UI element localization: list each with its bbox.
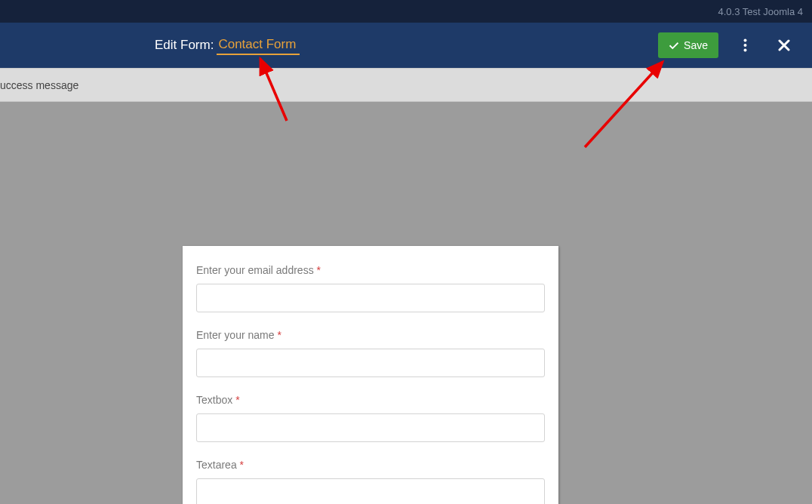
required-mark: * [317, 264, 321, 276]
svg-point-2 [743, 49, 746, 52]
required-mark: * [277, 329, 281, 341]
textarea-field[interactable] [196, 478, 545, 504]
form-field: Enter your name * [196, 329, 545, 377]
header-actions: Save [658, 32, 797, 58]
sub-bar-text: uccess message [0, 79, 78, 91]
save-button[interactable]: Save [658, 32, 718, 58]
close-button[interactable] [771, 32, 797, 58]
name-field[interactable] [196, 349, 545, 377]
field-label: Textbox * [196, 394, 545, 406]
textbox-field[interactable] [196, 413, 545, 442]
required-mark: * [235, 394, 239, 406]
site-version-label: 4.0.3 Test Joomla 4 [718, 6, 804, 17]
svg-point-0 [743, 39, 746, 42]
svg-point-1 [743, 44, 746, 47]
field-label-text: Textarea [196, 459, 237, 471]
field-label: Enter your email address * [196, 264, 545, 276]
kebab-icon [743, 38, 747, 52]
more-options-button[interactable] [732, 32, 758, 58]
form-field: Textbox * [196, 394, 545, 442]
form-preview-card: Enter your email address * Enter your na… [183, 246, 558, 504]
top-bar: 4.0.3 Test Joomla 4 [0, 0, 812, 23]
check-icon [669, 40, 679, 51]
field-label-text: Enter your email address [196, 264, 314, 276]
form-field: Enter your email address * [196, 264, 545, 312]
field-label-text: Textbox [196, 394, 232, 406]
save-button-label: Save [684, 39, 708, 51]
form-title-input[interactable] [217, 35, 300, 55]
sub-bar: uccess message [0, 68, 812, 102]
field-label-text: Enter your name [196, 329, 275, 341]
form-field: Textarea * [196, 459, 545, 504]
field-label: Enter your name * [196, 329, 545, 341]
header-bar: Edit Form: Save [0, 23, 812, 68]
field-label: Textarea * [196, 459, 545, 471]
form-canvas: Enter your email address * Enter your na… [0, 102, 812, 504]
email-field[interactable] [196, 284, 545, 312]
required-mark: * [240, 459, 244, 471]
close-icon [778, 39, 790, 51]
edit-form-label: Edit Form: [155, 38, 214, 53]
